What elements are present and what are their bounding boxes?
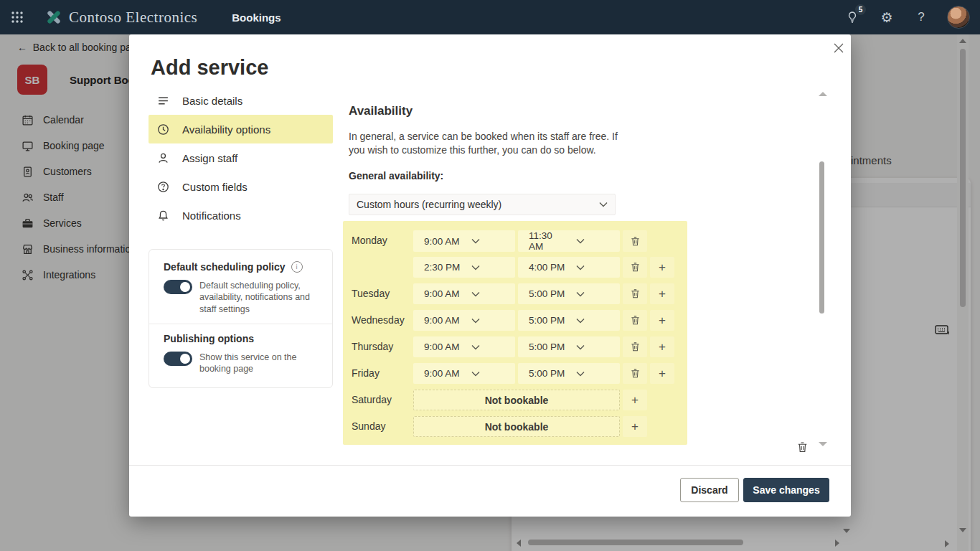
chevron-down-icon — [576, 291, 613, 297]
person-icon — [156, 151, 169, 164]
modal-nav-availability-options[interactable]: Availability options — [149, 115, 333, 143]
chevron-down-icon — [471, 371, 508, 377]
add-slot-button[interactable]: + — [650, 310, 674, 331]
delete-slot-button[interactable] — [623, 283, 647, 304]
end-time-select[interactable]: 5:00 PM — [518, 310, 620, 331]
modal-nav-basic-details[interactable]: Basic details — [149, 86, 333, 115]
discard-button[interactable]: Discard — [680, 478, 739, 502]
general-availability-select[interactable]: Custom hours (recurring weekly) — [349, 194, 616, 215]
day-label: Tuesday — [352, 283, 410, 304]
notification-badge: 5 — [855, 4, 866, 15]
modal-nav-label: Availability options — [182, 123, 270, 136]
add-slot-button[interactable]: + — [650, 336, 674, 357]
add-slot-button[interactable]: + — [623, 416, 647, 437]
day-label: Saturday — [352, 390, 410, 410]
question-circle-icon — [156, 180, 169, 193]
lines-icon — [156, 94, 169, 107]
modal-scrollbar-thumb[interactable] — [819, 161, 824, 314]
end-time-select[interactable]: 5:00 PM — [518, 336, 620, 357]
start-time-select[interactable]: 9:00 AM — [413, 363, 515, 384]
close-icon[interactable] — [831, 40, 847, 56]
chevron-down-icon — [576, 238, 613, 244]
delete-slot-button[interactable] — [623, 336, 647, 357]
start-time-select[interactable]: 2:30 PM — [413, 257, 515, 278]
policy-toggle[interactable] — [164, 280, 192, 294]
end-time-select[interactable]: 5:00 PM — [518, 283, 620, 304]
not-bookable-box: Not bookable — [413, 416, 620, 437]
chevron-down-icon — [471, 238, 508, 244]
modal-nav-label: Basic details — [182, 95, 242, 107]
add-slot-button[interactable]: + — [623, 390, 647, 410]
chevron-down-icon — [471, 344, 508, 350]
lightbulb-icon[interactable]: 5 — [844, 9, 861, 26]
availability-description: In general, a service can be booked when… — [349, 130, 621, 158]
day-label — [352, 257, 410, 278]
chevron-down-icon — [599, 202, 608, 207]
modal-footer: Discard Save changes — [129, 465, 851, 517]
help-icon[interactable]: ? — [913, 9, 930, 26]
delete-slot-button[interactable] — [623, 230, 647, 252]
modal-nav: Basic detailsAvailability optionsAssign … — [149, 86, 333, 230]
start-time-select[interactable]: 9:00 AM — [413, 336, 515, 357]
add-slot-button[interactable]: + — [650, 283, 674, 304]
contoso-logo — [44, 8, 63, 27]
delete-slot-button[interactable] — [623, 310, 647, 331]
modal-nav-label: Assign staff — [182, 152, 237, 164]
add-service-modal: Add service Basic detailsAvailability op… — [129, 34, 851, 517]
add-slot-button[interactable]: + — [650, 363, 674, 384]
start-time-select[interactable]: 9:00 AM — [413, 310, 515, 331]
modal-nav-custom-fields[interactable]: Custom fields — [149, 172, 333, 201]
clock-icon — [156, 123, 169, 136]
delete-slot-button[interactable] — [623, 363, 647, 384]
availability-row: Thursday9:00 AM5:00 PM+ — [352, 336, 687, 357]
topbar: Contoso Electronics Bookings 5 ⚙ ? — [0, 0, 980, 34]
availability-row: Friday9:00 AM5:00 PM+ — [352, 363, 687, 384]
chevron-down-icon — [576, 344, 613, 350]
start-time-select[interactable]: 9:00 AM — [413, 283, 515, 304]
publishing-toggle[interactable] — [164, 352, 192, 366]
publishing-toggle-label: Show this service on the booking page — [199, 352, 318, 375]
info-icon[interactable]: i — [291, 261, 303, 273]
user-avatar[interactable] — [947, 6, 970, 29]
end-time-select[interactable]: 5:00 PM — [518, 363, 620, 384]
weekly-availability-panel: Monday9:00 AM11:30 AM2:30 PM4:00 PM+Tues… — [343, 221, 687, 445]
end-time-select[interactable]: 4:00 PM — [518, 257, 620, 278]
app-launcher-icon[interactable] — [0, 0, 34, 34]
day-label: Friday — [352, 363, 410, 384]
availability-heading: Availability — [349, 104, 413, 118]
availability-row: Monday9:00 AM11:30 AM — [352, 230, 687, 251]
day-label: Sunday — [352, 416, 410, 437]
modal-nav-notifications[interactable]: Notifications — [149, 201, 333, 230]
bell-icon — [156, 209, 169, 222]
modal-nav-label: Notifications — [182, 209, 241, 222]
chevron-down-icon — [576, 265, 613, 270]
publishing-title: Publishing options — [164, 333, 318, 344]
start-time-select[interactable]: 9:00 AM — [413, 230, 515, 252]
add-slot-button[interactable]: + — [650, 257, 674, 278]
chevron-down-icon — [471, 265, 508, 270]
delete-icon[interactable] — [795, 440, 809, 454]
day-label: Thursday — [352, 336, 410, 357]
not-bookable-box: Not bookable — [413, 390, 620, 410]
modal-nav-label: Custom fields — [182, 181, 248, 193]
modal-nav-assign-staff[interactable]: Assign staff — [149, 143, 333, 172]
chevron-down-icon — [471, 291, 508, 297]
availability-row: SundayNot bookable+ — [352, 416, 687, 437]
end-time-select[interactable]: 11:30 AM — [518, 230, 620, 252]
chevron-down-icon — [471, 318, 508, 324]
chevron-down-icon — [576, 371, 613, 377]
save-changes-button[interactable]: Save changes — [743, 478, 829, 502]
content-scroll-up-icon[interactable] — [819, 92, 827, 96]
policy-toggle-label: Default scheduling policy, availability,… — [199, 280, 318, 315]
brand[interactable]: Contoso Electronics — [44, 8, 197, 27]
delete-slot-button[interactable] — [623, 257, 647, 278]
topbar-actions: 5 ⚙ ? — [844, 6, 970, 29]
availability-row: 2:30 PM4:00 PM+ — [352, 257, 687, 278]
product-title: Bookings — [232, 11, 281, 24]
day-label: Wednesday — [352, 310, 410, 331]
availability-row: Wednesday9:00 AM5:00 PM+ — [352, 310, 687, 331]
content-scroll-down-icon[interactable] — [819, 442, 827, 446]
settings-gear-icon[interactable]: ⚙ — [878, 9, 895, 26]
modal-title: Add service — [151, 56, 268, 80]
day-label: Monday — [352, 230, 410, 252]
